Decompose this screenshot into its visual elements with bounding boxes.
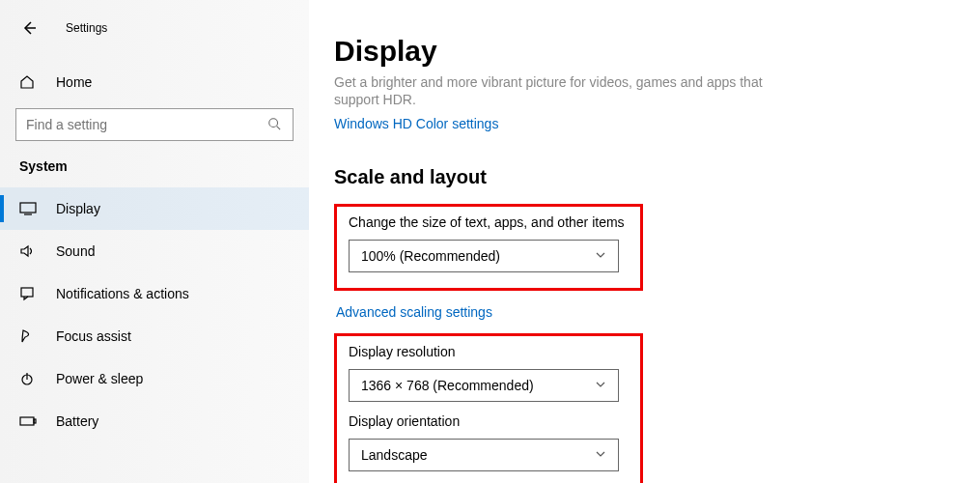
svg-rect-5: [34, 419, 36, 423]
focus-assist-icon: [19, 328, 37, 344]
display-icon: [19, 202, 37, 215]
svg-point-0: [269, 118, 278, 127]
scale-dropdown[interactable]: 100% (Recommended): [349, 240, 619, 272]
search-icon: [267, 117, 283, 133]
power-icon: [19, 371, 37, 386]
title-bar: Settings: [0, 14, 309, 43]
home-icon: [19, 74, 37, 90]
back-arrow-icon: [21, 20, 37, 36]
orientation-label: Display orientation: [349, 413, 629, 429]
resolution-orientation-highlight: Display resolution 1366 × 768 (Recommend…: [334, 333, 643, 483]
sidebar-item-display[interactable]: Display: [0, 187, 309, 230]
search-input[interactable]: [15, 108, 294, 141]
sidebar-item-label: Battery: [56, 413, 98, 429]
home-label: Home: [56, 74, 92, 90]
resolution-value: 1366 × 768 (Recommended): [361, 378, 534, 393]
svg-rect-1: [20, 203, 36, 213]
sidebar-item-power-sleep[interactable]: Power & sleep: [0, 357, 309, 400]
sidebar-item-sound[interactable]: Sound: [0, 230, 309, 272]
scale-value: 100% (Recommended): [361, 248, 500, 264]
advanced-scaling-link[interactable]: Advanced scaling settings: [336, 304, 492, 320]
sound-icon: [19, 243, 37, 259]
orientation-value: Landscape: [361, 447, 428, 463]
sidebar-item-label: Notifications & actions: [56, 286, 189, 301]
hdr-description: Get a brighter and more vibrant picture …: [334, 73, 798, 108]
resolution-label: Display resolution: [349, 344, 629, 359]
scale-label: Change the size of text, apps, and other…: [349, 214, 629, 230]
resolution-dropdown[interactable]: 1366 × 768 (Recommended): [349, 369, 619, 402]
search-field[interactable]: [26, 117, 267, 132]
home-nav[interactable]: Home: [0, 64, 309, 100]
sidebar-item-label: Power & sleep: [56, 371, 143, 386]
main-content: Display Get a brighter and more vibrant …: [309, 0, 980, 483]
chevron-down-icon: [595, 447, 606, 463]
section-label: System: [0, 158, 309, 174]
scale-highlight: Change the size of text, apps, and other…: [334, 204, 643, 291]
notifications-icon: [19, 286, 37, 301]
orientation-dropdown[interactable]: Landscape: [349, 439, 619, 471]
sidebar-item-label: Display: [56, 201, 100, 216]
chevron-down-icon: [595, 378, 606, 393]
back-button[interactable]: [19, 18, 39, 38]
svg-rect-4: [20, 417, 34, 425]
svg-rect-2: [21, 288, 33, 297]
app-title: Settings: [66, 21, 107, 35]
sidebar-item-notifications[interactable]: Notifications & actions: [0, 272, 309, 315]
chevron-down-icon: [595, 248, 606, 264]
sidebar-item-label: Sound: [56, 243, 95, 259]
scale-section-title: Scale and layout: [334, 166, 980, 188]
hd-color-link[interactable]: Windows HD Color settings: [334, 116, 498, 131]
battery-icon: [19, 415, 37, 427]
sidebar-item-focus-assist[interactable]: Focus assist: [0, 315, 309, 357]
sidebar: Settings Home System Display Sound Notif…: [0, 0, 309, 483]
sidebar-item-label: Focus assist: [56, 328, 131, 344]
page-title: Display: [334, 35, 980, 68]
sidebar-item-battery[interactable]: Battery: [0, 400, 309, 442]
